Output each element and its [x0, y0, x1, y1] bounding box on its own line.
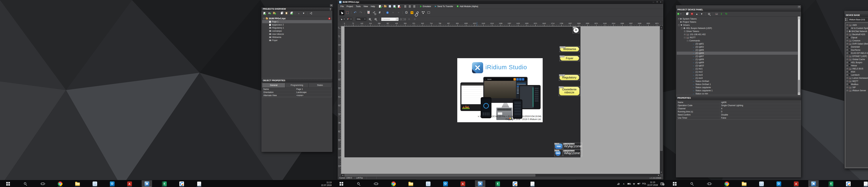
- device-tree-item[interactable]: →(1) rez4: [677, 77, 798, 80]
- expander-icon[interactable]: +: [846, 46, 848, 48]
- duplicate-device-button[interactable]: [685, 12, 689, 15]
- close-project-button[interactable]: ✕: [397, 4, 401, 8]
- taskbar-clock[interactable]: 11:1322.07.2019: [321, 181, 332, 187]
- taskbar-app-outlook[interactable]: [774, 180, 784, 187]
- base-tree-item[interactable]: +KNX: [845, 70, 868, 73]
- save-all-button[interactable]: ↓: [392, 4, 396, 8]
- task-view-icon[interactable]: [37, 180, 48, 187]
- expander-icon[interactable]: +: [684, 34, 686, 35]
- menu-view[interactable]: View: [362, 5, 369, 8]
- expander-icon[interactable]: +: [846, 65, 848, 67]
- property-value[interactable]: <none>: [295, 94, 332, 97]
- import-device-button[interactable]: ⇓: [720, 12, 723, 15]
- device-tree-item[interactable]: −RGTT: [677, 36, 798, 39]
- expander-icon[interactable]: −: [684, 37, 686, 38]
- property-row[interactable]: Namergtt06: [677, 101, 801, 104]
- move-up-button[interactable]: ▲: [297, 11, 301, 15]
- taskbar-app-excel[interactable]: [826, 180, 836, 187]
- device-tree-item[interactable]: −Commands: [677, 39, 798, 42]
- taskbar-app-apps-grid[interactable]: [756, 180, 767, 187]
- undo-button[interactable]: ↶: [353, 10, 358, 15]
- taskbar-app-outlook[interactable]: [107, 180, 117, 187]
- search-icon[interactable]: [687, 180, 697, 187]
- device-tree-item[interactable]: →(1) rez3: [677, 73, 798, 77]
- menu-file[interactable]: File: [339, 5, 345, 8]
- chevron-up-icon[interactable]: ∧: [621, 180, 626, 187]
- link-tool-button[interactable]: [415, 10, 420, 15]
- device-tree-item[interactable]: →Status zapytanie 1: [677, 89, 798, 92]
- select-mode-dropdown[interactable]: ▼: [340, 17, 346, 21]
- base-tree-item[interactable]: +Larnitech: [845, 73, 868, 77]
- device-tree-item[interactable]: →(1) rgtt09: [677, 61, 798, 64]
- copy-button[interactable]: [280, 11, 283, 15]
- device-tree-item[interactable]: →Status zapytanie: [677, 86, 798, 89]
- expander-icon[interactable]: +: [846, 87, 848, 88]
- expander-icon[interactable]: −: [263, 18, 265, 20]
- vertical-scrollbar[interactable]: ▲▼: [660, 26, 663, 174]
- device-tree-item[interactable]: −Drivers: [677, 24, 798, 27]
- base-tree-item[interactable]: +Clipsal: [845, 36, 868, 39]
- property-row[interactable]: NamePage 1: [262, 87, 332, 91]
- base-selector-dropdown[interactable]: iRidium Base (3.0)▼: [848, 18, 868, 22]
- project-tree-item[interactable]: wygaszacz 2: [262, 23, 332, 26]
- expander-icon[interactable]: +: [846, 68, 848, 70]
- canvas-item-logo[interactable]: Item 4nnn: [554, 150, 563, 156]
- add-device-button[interactable]: +▼: [677, 12, 682, 15]
- canvas-item-button[interactable]: Item 66Widownia: [559, 46, 580, 52]
- paste-button[interactable]: [284, 11, 288, 15]
- taskbar-app-iridium-studio[interactable]: [475, 180, 485, 187]
- expander-icon[interactable]: +: [846, 62, 848, 63]
- project-tree-item[interactable]: Page 1: [262, 20, 332, 23]
- base-tree-item[interactable]: +BACNet Network: [845, 30, 868, 33]
- taskbar-app-g-app[interactable]: [176, 180, 187, 187]
- device-tree-item[interactable]: →Status OnStart: [677, 80, 798, 83]
- canvas-item-label[interactable]: Label H1 Text 4Wyłączone: [563, 143, 582, 149]
- project-tree-item[interactable]: osw robocze: [262, 33, 332, 36]
- info-tool-button[interactable]: i: [385, 10, 390, 15]
- device-panel-close-button[interactable]: ✕: [798, 6, 801, 8]
- macros-omega-button[interactable]: Ω: [404, 10, 409, 15]
- device-tree-item[interactable]: Project Tokens: [677, 21, 798, 24]
- emulator-button[interactable]: Emulator: [418, 4, 433, 8]
- move-down-button[interactable]: ▼: [700, 12, 704, 15]
- close-button[interactable]: ✕: [659, 1, 662, 3]
- property-value[interactable]: Disable: [720, 113, 801, 116]
- tab-programming[interactable]: Programming: [285, 83, 308, 87]
- multi-select-tool-button[interactable]: [345, 10, 350, 15]
- prev-state-button[interactable]: ❮❮: [399, 18, 402, 21]
- device-tree-item[interactable]: +101-106 401 402: [677, 33, 798, 36]
- canvas-item-logo[interactable]: Item 3nnn: [554, 143, 563, 149]
- property-value[interactable]: Landscape: [295, 91, 332, 94]
- taskbar-app-chrome[interactable]: [388, 180, 399, 187]
- redo-button[interactable]: ↷: [358, 10, 363, 15]
- expander-icon[interactable]: +: [846, 49, 848, 51]
- base-tree-item[interactable]: +Crestron: [845, 39, 868, 42]
- tab-general[interactable]: General: [262, 83, 285, 87]
- menu-help[interactable]: Help: [369, 5, 376, 8]
- window-titlebar[interactable]: BUW PPOv1.irpz — ❐ ✕: [338, 0, 663, 4]
- refresh-button[interactable]: ↻: [724, 12, 728, 15]
- new-popup-button[interactable]: +: [267, 11, 271, 15]
- expander-icon[interactable]: +: [678, 18, 680, 20]
- device-scan-button[interactable]: [715, 12, 718, 15]
- base-tree-item[interactable]: +AV & Custom Systems: [845, 27, 868, 30]
- base-tree-item[interactable]: +Global Cache: [845, 58, 868, 61]
- grid-toggle-button[interactable]: #: [377, 10, 382, 15]
- property-row[interactable]: Need ConfirmDisable: [677, 113, 801, 116]
- property-row[interactable]: Alternate View<none>: [262, 94, 332, 97]
- battery-icon[interactable]: [626, 180, 631, 187]
- left-panel-close-button[interactable]: ✕: [330, 4, 333, 7]
- device-tree-item[interactable]: +System Tokens: [677, 17, 798, 21]
- taskbar-app-chrome[interactable]: [55, 180, 65, 187]
- taskbar-app-file-explorer[interactable]: [406, 180, 416, 187]
- new-folder-button[interactable]: +: [272, 11, 276, 15]
- base-tree-item[interactable]: +Modbus: [845, 83, 868, 86]
- device-tree-item[interactable]: →Status OnStart 1: [677, 83, 798, 86]
- start-button[interactable]: [3, 180, 13, 187]
- taskbar-app-excel[interactable]: [492, 180, 503, 187]
- start-button[interactable]: [336, 180, 346, 187]
- delete-tool-button[interactable]: [366, 10, 371, 15]
- canvas-item-exit[interactable]: exit ✕: [573, 27, 579, 33]
- taskbar-app-notes[interactable]: [527, 180, 537, 187]
- task-view-icon[interactable]: [371, 180, 381, 187]
